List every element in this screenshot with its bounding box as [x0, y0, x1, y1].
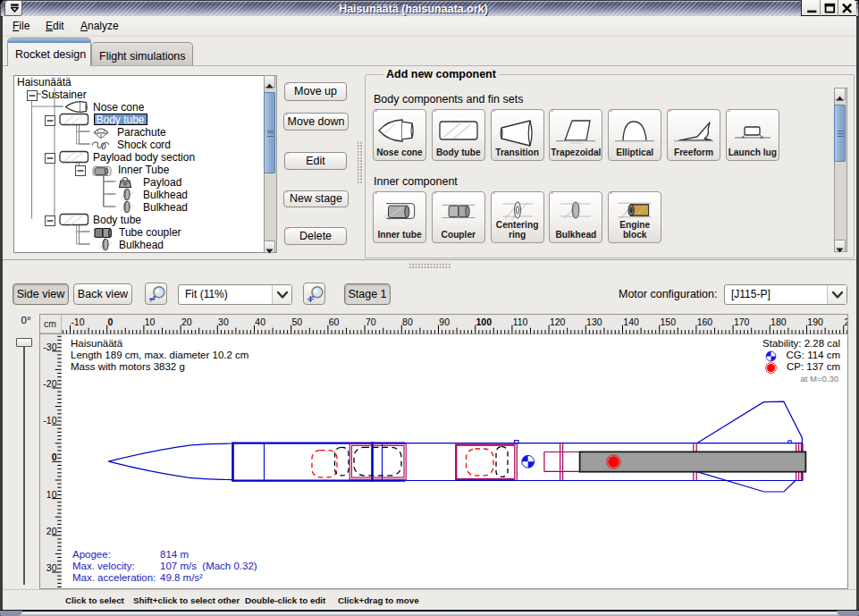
svg-text:90: 90: [439, 316, 450, 327]
svg-text:180: 180: [771, 316, 787, 327]
svg-text:70: 70: [366, 316, 376, 327]
svg-text:30: 30: [46, 562, 57, 573]
svg-text:-20: -20: [43, 378, 56, 389]
svg-text:120: 120: [550, 316, 566, 327]
svg-text:100: 100: [476, 316, 493, 327]
svg-text:30: 30: [218, 316, 229, 327]
svg-text:140: 140: [623, 316, 639, 327]
svg-text:0: 0: [52, 451, 57, 462]
svg-text:160: 160: [697, 316, 713, 327]
svg-text:150: 150: [661, 316, 677, 327]
svg-text:60: 60: [329, 316, 340, 327]
svg-text:80: 80: [402, 316, 413, 327]
svg-text:50: 50: [292, 316, 303, 327]
svg-text:200: 200: [845, 316, 848, 327]
svg-text:10: 10: [145, 316, 156, 327]
svg-text:170: 170: [734, 316, 750, 327]
svg-text:130: 130: [586, 316, 602, 327]
svg-text:0: 0: [108, 316, 114, 327]
svg-text:-10: -10: [71, 316, 84, 327]
svg-text:-10: -10: [43, 415, 56, 426]
svg-text:10: 10: [46, 489, 57, 500]
svg-text:20: 20: [46, 526, 57, 536]
svg-text:20: 20: [181, 316, 192, 327]
svg-text:190: 190: [807, 316, 823, 327]
svg-text:40: 40: [255, 316, 265, 327]
svg-text:110: 110: [513, 316, 528, 327]
svg-text:-30: -30: [43, 342, 56, 352]
